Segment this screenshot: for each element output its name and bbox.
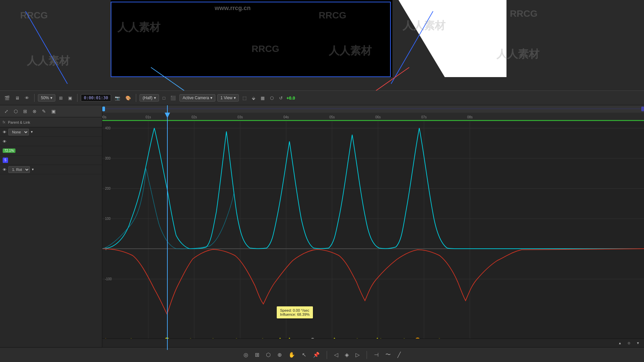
panel-tool-1[interactable]: ⤢ [3, 108, 10, 115]
pan-tool-icon[interactable]: ✋ [287, 351, 297, 359]
sep-2 [77, 94, 77, 102]
linear-icon[interactable]: ╱ [396, 351, 402, 359]
layer-2: 👁 [0, 137, 102, 146]
ease-both-icon[interactable]: ◈ [343, 351, 351, 359]
comp-icon[interactable]: 🎬 [3, 95, 11, 102]
layer-eye-icon-2: 👁 [3, 139, 6, 143]
time-2: 02s [192, 115, 197, 119]
range-start[interactable] [102, 107, 105, 111]
fit-graph-icon[interactable]: ◎ [242, 351, 250, 359]
draft-icon[interactable]: ⬙ [250, 95, 257, 102]
expand-up-icon[interactable]: ▲ [616, 340, 623, 346]
node-icon[interactable]: ⬡ [268, 95, 275, 102]
center-icon[interactable]: ⊙ [626, 340, 632, 346]
work-area-bar [102, 120, 644, 121]
bottom-sep [327, 351, 327, 359]
layer-1: 👁 None ▾ [0, 127, 102, 137]
graph-canvas: 400 300 200 100 0 -100 [102, 121, 644, 343]
chevron-down-icon-3: ▾ [210, 96, 212, 100]
toggle-rgb[interactable]: ⬛ [169, 95, 177, 102]
layer-4: 5 [0, 156, 102, 165]
grid-toggle-icon[interactable]: ⊞ [253, 351, 261, 359]
time-5: 05s [329, 115, 335, 119]
layer-3: 72.1% [0, 146, 102, 156]
sep-1 [34, 94, 35, 102]
scrubber-track [105, 108, 641, 109]
graph-editor[interactable]: 0:00s 01s 02s 03s 04s 05s 06s 07s 08s 40… [102, 105, 644, 350]
bottom-toolbar: ◎ ⊞ ⬡ ⊕ ✋ ↖ 📌 ◁ ◈ ▷ ⊣ 〜 ╱ [0, 347, 644, 362]
panel-tool-6[interactable]: ▣ [50, 108, 57, 115]
time-3: 03s [237, 115, 243, 119]
view-dropdown[interactable]: 1 View ▾ [217, 94, 239, 102]
quality-dropdown[interactable]: (Half) ▾ [140, 94, 159, 102]
chevron-down-icon-4: ▾ [234, 96, 236, 100]
panel-tool-3[interactable]: ⊞ [21, 108, 29, 115]
sep-3 [136, 94, 136, 102]
ease-in-icon[interactable]: ◁ [332, 351, 340, 359]
3d-icon[interactable]: ▦ [259, 95, 266, 102]
viewer-black [111, 0, 392, 77]
cam-line-left [25, 11, 68, 84]
transform-box-icon[interactable]: ⬡ [264, 351, 272, 359]
ease-out-icon[interactable]: ▷ [354, 351, 361, 359]
quality-value: (Half) [143, 96, 152, 100]
chevron-down-icon: ▾ [50, 96, 52, 100]
viewer-toolbar: 🎬 🖥 👁 50% ▾ ⊞ ▣ 0:00:01:30 📷 🎨 (Half) ▾ … [0, 90, 644, 105]
panel-tool-5[interactable]: ✎ [40, 108, 48, 115]
chevron-down-icon-2: ▾ [154, 96, 156, 100]
hold-icon[interactable]: ⊣ [372, 351, 380, 359]
toggle-alpha[interactable]: □ [161, 95, 167, 102]
layer-badge-blue: 5 [3, 158, 8, 163]
layer-badge-percent: 72.1% [3, 148, 15, 153]
time-8: 08s [467, 115, 473, 119]
panel-toolbar: ⤢ ⬡ ⊞ ⊗ ✎ ▣ [0, 105, 102, 117]
preview-icon[interactable]: 🖥 [13, 95, 21, 102]
anchor-point-icon[interactable]: ⊕ [276, 351, 283, 359]
parent-link-label: Parent & Link [8, 120, 30, 124]
rot-chevron: ▾ [32, 167, 34, 172]
layer-eye-icon-3: 👁 [3, 168, 6, 172]
layer-percent-value: 72.1% [4, 149, 14, 153]
playhead[interactable] [167, 105, 168, 350]
parent-chevron: ▾ [31, 130, 33, 134]
viewer-white-shape [352, 0, 506, 77]
panel-tool-4[interactable]: ⊗ [31, 108, 38, 115]
camera-dropdown[interactable]: Active Camera ▾ [179, 94, 215, 102]
watermark-cn-3: 人人素材 [27, 54, 70, 68]
viewer-area: RRCG 人人素材 www.rrcg.cn RRCG 人人素材 RRCG 人人素… [0, 0, 644, 106]
region-icon[interactable]: ▣ [66, 95, 74, 102]
zoom-dropdown[interactable]: 50% ▾ [38, 94, 55, 102]
zoom-value: 50% [41, 96, 49, 100]
camera-icon[interactable]: 👁 [23, 95, 31, 102]
view-value: 1 View [220, 96, 232, 100]
graph-svg [102, 121, 644, 343]
time-6: 06s [375, 115, 381, 119]
timecode-value: 0:00:01:30 [84, 96, 108, 100]
render-icon[interactable]: ⬚ [241, 95, 248, 102]
parent-dropdown[interactable]: None [8, 129, 29, 135]
layer-eye-icon[interactable]: 👁 [3, 130, 6, 134]
snapshot-icon[interactable]: 📷 [113, 95, 122, 102]
expand-down-icon[interactable]: ▼ [635, 340, 641, 346]
time-labels: 0:00s 01s 02s 03s 04s 05s 06s 07s 08s [102, 113, 644, 121]
pin-icon[interactable]: 📌 [311, 351, 321, 359]
range-end[interactable] [641, 107, 644, 111]
fx-label: fx [3, 120, 5, 124]
bottom-sep-2 [367, 351, 367, 359]
left-panel: ⤢ ⬡ ⊞ ⊗ ✎ ▣ fx Parent & Link 👁 None ▾ 👁 … [0, 105, 102, 362]
refresh-icon[interactable]: ↺ [277, 95, 284, 102]
time-1: 01s [146, 115, 151, 119]
scrubber-area[interactable] [102, 105, 644, 113]
camera-value: Active Camera [182, 96, 209, 100]
fit-view-icon[interactable]: ⊞ [57, 95, 64, 102]
color-icon[interactable]: 🎨 [124, 95, 132, 102]
time-0: 0:00s [102, 115, 106, 119]
time-7: 07s [421, 115, 427, 119]
rot-dropdown[interactable]: 1. Rot [8, 166, 30, 173]
smooth-icon[interactable]: 〜 [384, 350, 392, 359]
panel-tool-2[interactable]: ⬡ [12, 108, 19, 115]
panel-header: fx Parent & Link [0, 117, 102, 127]
timeline-ruler: 0:00s 01s 02s 03s 04s 05s 06s 07s 08s [102, 105, 644, 121]
watermark-rrcg-3: RRCG [510, 8, 537, 19]
select-tool-icon[interactable]: ↖ [300, 351, 308, 359]
